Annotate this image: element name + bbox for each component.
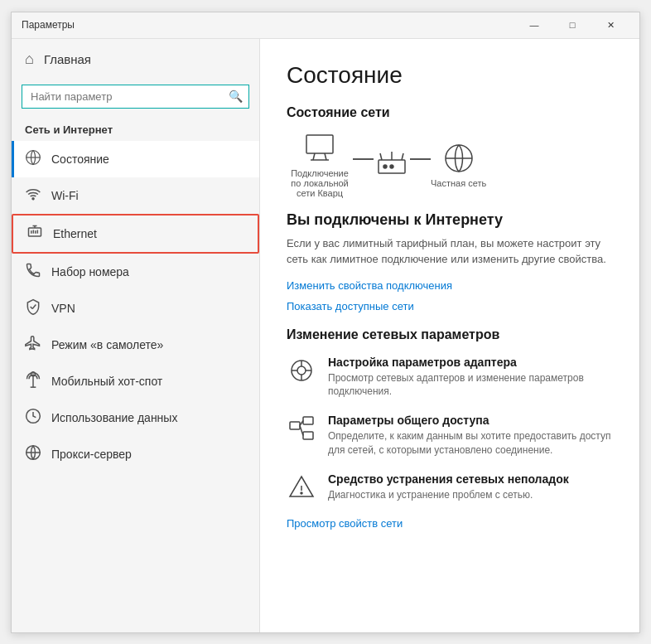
sidebar-item-vpn-label: VPN	[51, 302, 75, 315]
adapter-settings-title: Настройка параметров адаптера	[328, 356, 613, 369]
sidebar-item-status[interactable]: Состояние	[12, 141, 259, 177]
datausage-icon	[25, 408, 41, 428]
home-icon: ⌂	[25, 51, 34, 68]
titlebar: Параметры — □ ✕	[12, 12, 639, 39]
wifi-icon	[25, 186, 41, 206]
svg-rect-17	[306, 135, 333, 153]
change-section-title: Изменение сетевых параметров	[287, 327, 613, 342]
proxy-icon	[25, 444, 41, 464]
change-connection-link[interactable]: Изменить свойства подключения	[287, 279, 613, 292]
svg-rect-37	[303, 432, 313, 439]
pc-icon-container: Подключение по локальной сети Кварц	[287, 132, 353, 198]
sharing-icon	[287, 414, 316, 443]
window-content: ⌂ Главная 🔍 Сеть и Интернет Состояние	[12, 39, 639, 632]
svg-line-18	[313, 153, 315, 160]
sidebar: ⌂ Главная 🔍 Сеть и Интернет Состояние	[12, 39, 260, 632]
sidebar-item-dialup[interactable]: Набор номера	[12, 254, 259, 290]
svg-rect-35	[290, 422, 300, 429]
search-input[interactable]	[22, 85, 249, 109]
maximize-button[interactable]: □	[553, 12, 591, 38]
sidebar-item-datausage[interactable]: Использование данных	[12, 399, 259, 436]
svg-line-11	[32, 304, 36, 308]
svg-line-39	[300, 426, 303, 436]
svg-rect-36	[303, 417, 313, 424]
sidebar-search-container: 🔍	[22, 85, 249, 109]
network-diagram: Подключение по локальной сети Кварц	[287, 132, 613, 198]
globe-icon-container: Частная сеть	[431, 142, 486, 188]
troubleshoot-settings-title: Средство устранения сетевых неполадок	[328, 472, 569, 486]
svg-rect-3	[29, 228, 41, 236]
status-icon	[25, 149, 41, 169]
svg-point-2	[32, 197, 34, 199]
svg-line-19	[325, 153, 326, 160]
sharing-settings-title: Параметры общего доступа	[328, 414, 613, 427]
sidebar-item-dialup-label: Набор номера	[51, 265, 129, 278]
troubleshoot-settings-desc: Диагностика и устранение проблем с сетью…	[328, 488, 569, 502]
hotspot-icon	[25, 371, 41, 391]
titlebar-title: Параметры	[22, 19, 515, 31]
sidebar-home-item[interactable]: ⌂ Главная	[12, 39, 259, 80]
router-icon	[374, 148, 410, 182]
sidebar-item-hotspot-label: Мобильный хот-спот	[51, 375, 162, 388]
svg-point-26	[390, 165, 393, 168]
svg-point-30	[297, 366, 306, 375]
network-label2: Частная сеть	[431, 178, 486, 188]
adapter-settings-content: Настройка параметров адаптера Просмотр с…	[328, 356, 613, 399]
router-icon-container	[374, 148, 410, 182]
network-label1: Подключение по локальной сети Кварц	[287, 168, 353, 198]
close-button[interactable]: ✕	[591, 12, 629, 38]
sidebar-item-airplane-label: Режим «в самолете»	[51, 338, 163, 351]
settings-window: Параметры — □ ✕ ⌂ Главная 🔍 Сеть и Интер…	[11, 12, 640, 633]
globe-icon	[441, 142, 477, 175]
adapter-settings-desc: Просмотр сетевых адаптеров и изменение п…	[328, 371, 613, 399]
adapter-settings-item[interactable]: Настройка параметров адаптера Просмотр с…	[287, 356, 613, 399]
sidebar-home-label: Главная	[44, 52, 91, 66]
sidebar-item-wifi[interactable]: Wi-Fi	[12, 177, 259, 214]
sidebar-item-datausage-label: Использование данных	[51, 411, 177, 424]
connected-title: Вы подключены к Интернету	[287, 211, 613, 229]
page-title: Состояние	[287, 62, 613, 89]
sidebar-item-proxy-label: Прокси-сервер	[51, 448, 132, 461]
troubleshoot-settings-content: Средство устранения сетевых неполадок Ди…	[328, 472, 569, 502]
sidebar-item-vpn[interactable]: VPN	[12, 290, 259, 327]
dialup-icon	[25, 262, 41, 282]
sidebar-item-ethernet-label: Ethernet	[53, 227, 97, 240]
sidebar-item-hotspot[interactable]: Мобильный хот-спот	[12, 363, 259, 399]
network-status-section-title: Состояние сети	[287, 105, 613, 120]
svg-point-42	[301, 492, 302, 494]
search-icon: 🔍	[229, 90, 243, 103]
vpn-icon	[25, 298, 41, 318]
sidebar-item-airplane[interactable]: Режим «в самолете»	[12, 327, 259, 363]
sharing-settings-desc: Определите, к каким данным вы хотите пре…	[328, 429, 613, 458]
titlebar-buttons: — □ ✕	[515, 12, 629, 38]
minimize-button[interactable]: —	[515, 12, 553, 38]
svg-point-25	[383, 165, 387, 168]
sidebar-item-proxy[interactable]: Прокси-сервер	[12, 436, 259, 472]
ethernet-icon	[27, 224, 43, 244]
sidebar-section-title: Сеть и Интернет	[12, 117, 259, 141]
adapter-icon	[287, 356, 316, 385]
sidebar-item-status-label: Состояние	[51, 153, 109, 166]
sidebar-item-ethernet[interactable]: Ethernet	[12, 214, 259, 254]
troubleshoot-settings-item[interactable]: Средство устранения сетевых неполадок Ди…	[287, 472, 613, 502]
svg-line-22	[380, 153, 382, 160]
main-content: Состояние Состояние сети Подключение по …	[260, 39, 639, 632]
connected-desc: Если у вас лимитный тарифный план, вы мо…	[287, 235, 613, 268]
show-networks-link[interactable]: Показать доступные сети	[287, 300, 613, 312]
pc-icon	[301, 132, 338, 165]
sidebar-item-wifi-label: Wi-Fi	[51, 189, 79, 202]
troubleshoot-icon	[287, 472, 316, 502]
view-props-link[interactable]: Просмотр свойств сети	[287, 517, 613, 530]
svg-line-24	[402, 153, 403, 160]
section-divider: Изменение сетевых параметров	[287, 327, 613, 342]
sharing-settings-content: Параметры общего доступа Определите, к к…	[328, 414, 613, 458]
sharing-settings-item[interactable]: Параметры общего доступа Определите, к к…	[287, 414, 613, 458]
airplane-icon	[25, 335, 41, 355]
